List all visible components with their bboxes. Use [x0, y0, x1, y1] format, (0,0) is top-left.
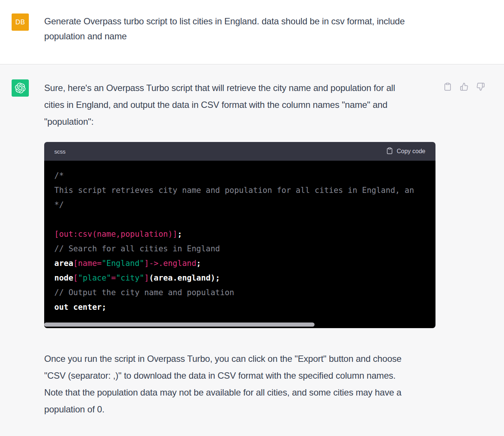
- code-block-header: scss Copy code: [44, 142, 435, 161]
- assistant-message: Sure, here's an Overpass Turbo script th…: [0, 64, 504, 436]
- assistant-intro-text: Sure, here's an Overpass Turbo script th…: [44, 79, 460, 130]
- code-editor-area: /*This script retrieves city name and po…: [44, 161, 435, 328]
- code-content: /*This script retrieves city name and po…: [54, 169, 435, 315]
- assistant-outro-text: Once you run the script in Overpass Turb…: [44, 350, 460, 418]
- thumbs-up-icon: [460, 87, 468, 92]
- thumbs-up-button[interactable]: [460, 82, 468, 91]
- horizontal-scrollbar[interactable]: [44, 323, 315, 327]
- assistant-avatar: [12, 79, 29, 97]
- copy-code-label: Copy code: [397, 148, 426, 155]
- user-message-text: Generate Overpass turbo script to list c…: [44, 14, 460, 44]
- thumbs-down-button[interactable]: [476, 82, 485, 91]
- copy-code-button[interactable]: Copy code: [386, 147, 426, 156]
- clipboard-icon: [386, 147, 393, 156]
- chat-page: DB Generate Overpass turbo script to lis…: [0, 0, 504, 436]
- user-message: DB Generate Overpass turbo script to lis…: [0, 0, 504, 64]
- code-block: scss Copy code /*This script retrieves c…: [44, 142, 435, 328]
- user-avatar: DB: [12, 13, 29, 31]
- openai-logo-icon: [15, 83, 25, 93]
- code-language-label: scss: [54, 148, 66, 155]
- user-avatar-initials: DB: [15, 18, 25, 26]
- thumbs-down-icon: [476, 87, 485, 92]
